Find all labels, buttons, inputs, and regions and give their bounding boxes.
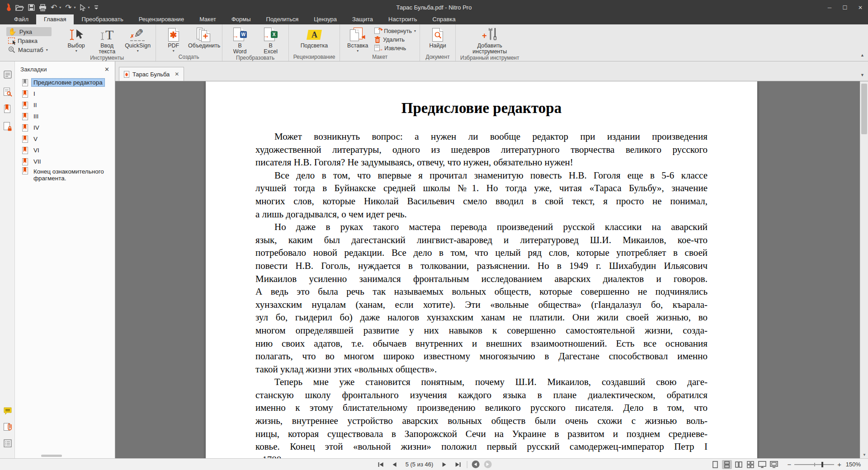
ribbon-tab-файл[interactable]: Файл bbox=[6, 14, 36, 24]
bookmark-item[interactable]: Конец ознакомительного фрагмента. bbox=[15, 167, 115, 183]
index-panel-button[interactable] bbox=[0, 437, 15, 450]
ribbon-tab-формы[interactable]: Формы bbox=[224, 14, 259, 24]
ribbon-button-подсветка[interactable]: AПодсветка bbox=[299, 25, 329, 54]
ribbon-group: Выбор▾TВвод текста ✎✗QuickSign▾Инструмен… bbox=[59, 24, 156, 61]
hand-icon: ✋ bbox=[8, 28, 17, 36]
zoom-slider[interactable] bbox=[794, 461, 834, 468]
edit-select-icon bbox=[8, 38, 15, 44]
window-controls: ─ ☐ ✕ bbox=[822, 2, 868, 13]
zoom-out-button[interactable]: − bbox=[787, 461, 791, 468]
open-button[interactable] bbox=[15, 3, 24, 13]
ribbon-button-ввод-текста[interactable]: TВвод текста bbox=[92, 25, 122, 55]
ribbon-button-quicksign[interactable]: ✎✗QuickSign▾ bbox=[123, 25, 153, 55]
page-number-indicator[interactable]: 5 (5 из 46) bbox=[404, 461, 435, 468]
ribbon-button-объединить[interactable]: +Объединить bbox=[189, 25, 219, 54]
qat-cursor-button[interactable] bbox=[80, 3, 86, 13]
view-mode-single-page[interactable] bbox=[710, 460, 720, 469]
pdf-paragraph: Все дело в том, что впервые я прочитал з… bbox=[255, 169, 708, 221]
next-view-button[interactable] bbox=[484, 461, 491, 468]
maximize-button[interactable]: ☐ bbox=[837, 2, 853, 13]
minimize-button[interactable]: ─ bbox=[822, 2, 837, 13]
undo-button[interactable]: ↶ bbox=[51, 3, 57, 13]
ribbon-button-вставка[interactable]: ◄Вставка▾ bbox=[343, 25, 373, 54]
tool-правка[interactable]: Правка bbox=[6, 36, 52, 45]
previous-page-button[interactable] bbox=[390, 461, 399, 469]
comments-panel-button[interactable] bbox=[0, 404, 15, 418]
pdf-file-icon bbox=[124, 71, 129, 78]
ribbon-tab-защита[interactable]: Защита bbox=[344, 14, 381, 24]
bookmarks-panel-close-icon[interactable]: ✕ bbox=[104, 66, 109, 73]
tool-рука[interactable]: ✋Рука bbox=[6, 27, 52, 36]
bookmark-icon bbox=[22, 124, 28, 132]
to-excel-icon: →X bbox=[264, 28, 278, 42]
ribbon-tab-рецензирование[interactable]: Рецензирование bbox=[131, 14, 192, 24]
zoom-level-value[interactable]: 150% bbox=[844, 461, 861, 468]
nitro-logo-button[interactable] bbox=[5, 3, 11, 13]
bookmarks-panel-button[interactable] bbox=[0, 102, 15, 116]
bookmark-item[interactable]: IV bbox=[15, 122, 115, 133]
ribbon-button-выбор[interactable]: Выбор▾ bbox=[61, 25, 91, 55]
bookmark-icon bbox=[22, 90, 28, 98]
bookmark-item[interactable]: VII bbox=[15, 156, 115, 167]
save-button[interactable] bbox=[28, 3, 35, 13]
bookmark-item[interactable]: I bbox=[15, 88, 115, 99]
ribbon-button-удалить[interactable]: Удалить bbox=[374, 36, 416, 43]
ribbon-button-повернуть[interactable]: ↷Повернуть▾ bbox=[374, 28, 416, 35]
tab-list-dropdown-icon[interactable]: ▼ bbox=[860, 73, 864, 77]
ribbon-button-добавить-инструменты[interactable]: +Добавить инструменты bbox=[475, 25, 505, 55]
pdf-page: Предисловие редактора Может возникнуть в… bbox=[206, 81, 757, 458]
tool-масштаб[interactable]: Масштаб▾ bbox=[6, 45, 52, 54]
ribbon-button-в-word[interactable]: →WВ Word bbox=[225, 25, 255, 55]
qat-more-button[interactable] bbox=[94, 3, 99, 13]
thumbnails-panel-button[interactable] bbox=[0, 68, 15, 81]
bookmark-icon bbox=[22, 147, 28, 154]
view-mode-quad-pages[interactable] bbox=[745, 460, 755, 469]
security-panel-button[interactable] bbox=[0, 119, 15, 133]
scroll-down-icon[interactable]: ▼ bbox=[860, 451, 868, 458]
bookmark-item[interactable]: III bbox=[15, 111, 115, 122]
previous-view-button[interactable] bbox=[472, 461, 479, 468]
ribbon-tab-настроить[interactable]: Настроить bbox=[381, 14, 425, 24]
ribbon-tab-цензура[interactable]: Цензура bbox=[306, 14, 344, 24]
zoom-in-button[interactable]: + bbox=[837, 461, 841, 468]
view-mode-continuous[interactable] bbox=[722, 460, 732, 469]
scrollbar-thumb[interactable] bbox=[861, 84, 867, 134]
ribbon-button-извлечь[interactable]: →Извлечь bbox=[374, 45, 416, 52]
vertical-scrollbar[interactable]: ▼ bbox=[860, 81, 868, 458]
rotate-icon: ↷ bbox=[374, 28, 382, 35]
ribbon-tab-поделиться[interactable]: Поделиться bbox=[259, 14, 307, 24]
document-tab[interactable]: Тарас Бульба ✕ bbox=[119, 67, 184, 81]
bookmarks-panel-title: Закладки bbox=[20, 66, 47, 73]
document-viewport[interactable]: Предисловие редактора Может возникнуть в… bbox=[115, 81, 868, 458]
ribbon-tab-справка[interactable]: Справка bbox=[425, 14, 463, 24]
attachments-panel-button[interactable] bbox=[0, 420, 15, 434]
ribbon-tab-макет[interactable]: Макет bbox=[192, 14, 224, 24]
bookmark-icon bbox=[22, 167, 28, 174]
view-mode-fullwidth[interactable] bbox=[769, 460, 779, 469]
bookmarks-hscrollbar[interactable] bbox=[41, 455, 62, 457]
zoom-slider-handle[interactable] bbox=[821, 462, 823, 467]
view-mode-fullscreen[interactable] bbox=[757, 460, 767, 469]
redo-button[interactable]: ↷ bbox=[65, 3, 71, 13]
bookmark-item[interactable]: V bbox=[15, 133, 115, 145]
next-page-button[interactable] bbox=[439, 461, 448, 469]
first-page-button[interactable] bbox=[377, 461, 386, 469]
ribbon-collapse-button[interactable]: ▲ bbox=[860, 53, 864, 57]
ribbon-button-pdf[interactable]: ✱PDF▾ bbox=[159, 25, 189, 54]
bookmark-item[interactable]: Предисловие редактора bbox=[15, 77, 115, 88]
search-panel-button[interactable] bbox=[0, 85, 15, 99]
ribbon-group: ◄Вставка▾↷Повернуть▾Удалить→ИзвлечьМакет bbox=[340, 24, 420, 61]
print-button[interactable] bbox=[39, 3, 47, 13]
ribbon-button-в-excel[interactable]: →XВ Excel bbox=[256, 25, 286, 55]
ribbon: ✋РукаПравкаМасштаб▾ Выбор▾TВвод текста ✎… bbox=[0, 24, 868, 61]
document-tab-close-icon[interactable]: ✕ bbox=[175, 71, 179, 77]
ribbon-tab-преобразовать[interactable]: Преобразовать bbox=[74, 14, 131, 24]
bookmark-item[interactable]: VI bbox=[15, 145, 115, 156]
bookmarks-panel: Закладки ✕ Предисловие редактораIIIIIIIV… bbox=[15, 61, 115, 458]
last-page-button[interactable] bbox=[453, 461, 462, 469]
close-button[interactable]: ✕ bbox=[853, 2, 868, 13]
view-mode-facing-pages[interactable] bbox=[734, 460, 744, 469]
ribbon-button-найди[interactable]: Найди bbox=[423, 25, 453, 54]
ribbon-tab-главная[interactable]: Главная bbox=[36, 14, 74, 24]
bookmark-item[interactable]: II bbox=[15, 99, 115, 111]
